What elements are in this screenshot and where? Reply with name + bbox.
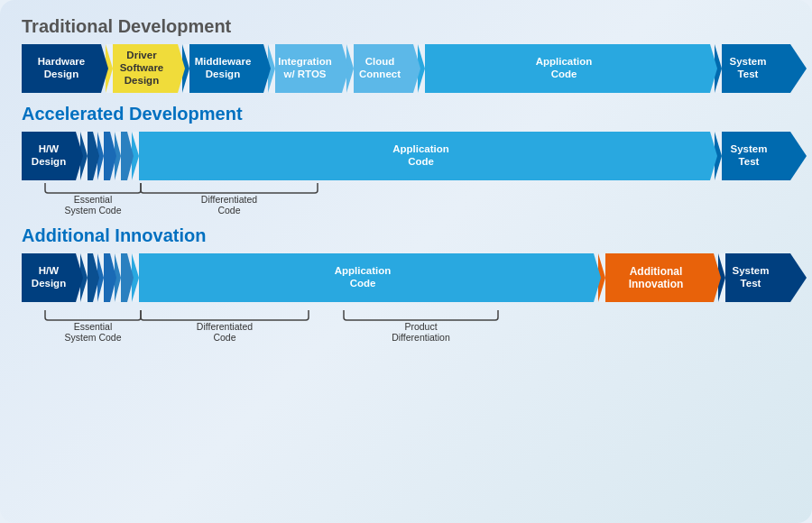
- inn-application-code-block: ApplicationCode: [132, 253, 594, 302]
- acc-system-test-block: SystemTest: [715, 132, 790, 180]
- inn-essential-text: EssentialSystem Code: [64, 321, 121, 344]
- acc-application-code-block: ApplicationCode: [132, 132, 710, 180]
- driver-software-block: DriverSoftwareDesign: [106, 44, 178, 93]
- cloud-connect-block: CloudConnect: [346, 44, 413, 93]
- inn-hw-design-block: H/WDesign: [22, 253, 76, 302]
- inn-differentiated-text: DifferentiatedCode: [197, 321, 253, 344]
- accelerated-row-wrapper: H/WDesign Ap: [22, 132, 790, 216]
- acc-differentiated-label: DifferentiatedCode: [139, 181, 319, 216]
- innovation-title: Additional Innovation: [22, 225, 790, 246]
- acc-hw-design-block: H/WDesign: [22, 132, 76, 180]
- inn-narrow-3: [115, 253, 127, 302]
- trad-system-test-block: SystemTest: [715, 44, 790, 93]
- main-container: Traditional Development HardwareDesign D…: [0, 0, 812, 523]
- accelerated-row: H/WDesign Ap: [22, 132, 790, 180]
- integration-rtos-block: Integrationw/ RTOS: [268, 44, 342, 93]
- acc-essential-text: EssentialSystem Code: [64, 194, 121, 216]
- inn-product-diff-text: ProductDifferentiation: [392, 321, 450, 344]
- inn-essential-brace: [43, 308, 143, 321]
- acc-essential-brace: [43, 181, 143, 194]
- acc-narrow-3: [115, 132, 127, 180]
- innovation-row: H/WDesign Ap: [22, 253, 790, 302]
- accelerated-title: Accelerated Development: [22, 104, 790, 124]
- inn-product-diff-label: ProductDifferentiation: [342, 308, 500, 344]
- inn-bracket-area: EssentialSystem Code DifferentiatedCode …: [22, 304, 790, 344]
- innovation-section: Additional Innovation H/WDesign: [22, 225, 790, 344]
- inn-narrow-2: [97, 253, 110, 302]
- inn-essential-label: EssentialSystem Code: [43, 308, 143, 344]
- inn-system-test-block: SystemTest: [718, 253, 790, 302]
- inn-additional-innovation-block: AdditionalInnovation: [598, 253, 714, 302]
- innovation-row-wrapper: H/WDesign Ap: [22, 253, 790, 344]
- acc-differentiated-brace: [139, 181, 319, 194]
- inn-product-diff-brace: [342, 308, 500, 321]
- acc-narrow-2: [97, 132, 110, 180]
- traditional-row: HardwareDesign DriverSoftwareDesign Midd…: [22, 44, 790, 93]
- traditional-title: Traditional Development: [22, 16, 790, 37]
- traditional-section: Traditional Development HardwareDesign D…: [22, 16, 790, 93]
- acc-essential-label: EssentialSystem Code: [43, 181, 143, 216]
- acc-bracket-area: EssentialSystem Code DifferentiatedCode: [22, 182, 790, 216]
- acc-differentiated-text: DifferentiatedCode: [201, 194, 257, 216]
- accelerated-section: Accelerated Development H/WDesign: [22, 104, 790, 216]
- middleware-design-block: MiddlewareDesign: [182, 44, 263, 93]
- trad-application-code-block: ApplicationCode: [418, 44, 710, 93]
- inn-differentiated-brace: [139, 308, 310, 321]
- hardware-design-block: HardwareDesign: [22, 44, 101, 93]
- inn-differentiated-label: DifferentiatedCode: [139, 308, 310, 344]
